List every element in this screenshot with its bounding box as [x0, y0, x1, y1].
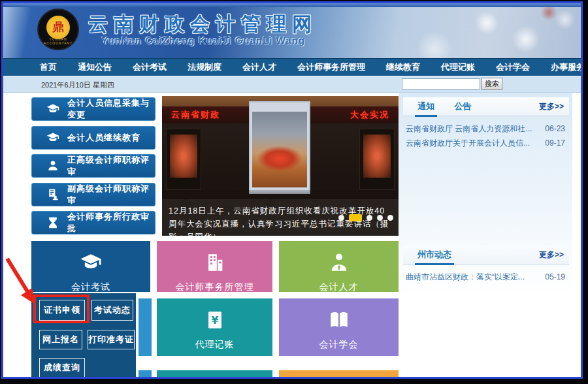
svg-text:¥: ¥ — [211, 315, 218, 327]
exam-menu-score-query-button[interactable]: 成绩查询 — [39, 358, 85, 377]
site-logo: 鼎 YUNNAN ACCOUNTANT — [37, 8, 79, 50]
notices-tab-bar: 通知 公告 更多>> — [403, 97, 569, 116]
tile-accounting-society[interactable]: 会计学会 — [279, 298, 399, 356]
notice-date: 06-23 — [545, 121, 565, 136]
hidden-tile-sliver — [139, 298, 152, 356]
led-text-right: 大会实况 — [350, 109, 389, 121]
site-title: 云南财政会计管理网 — [88, 11, 318, 38]
nav-item-regulations[interactable]: 法规制度 — [177, 61, 232, 73]
nav-item-talent[interactable]: 会计人才 — [232, 61, 287, 73]
tab-notifications[interactable]: 通知 — [415, 97, 437, 117]
sidebar-item-label: 会计人员继续教育 — [67, 132, 140, 144]
main-content: 会计人员信息采集与变更 会计人员继续教育 正高级会计师职称评审 副高级会计师职称… — [3, 93, 581, 379]
carousel-photo-side-screen — [166, 129, 201, 190]
city-news-header: 州市动态 更多>> — [403, 246, 569, 264]
browser-page: 鼎 YUNNAN ACCOUNTANT 云南财政会计管理网 YunNan Cai… — [1, 1, 583, 379]
tab-city-news[interactable]: 州市动态 — [415, 246, 454, 265]
sidebar-item-label: 正高级会计师职称评审 — [67, 154, 155, 178]
exam-menu-online-registration-button[interactable]: 网上报名 — [39, 330, 82, 349]
city-news-list-item[interactable]: 曲靖市沾益区财政：落实“以案定... 05-19 — [403, 270, 569, 284]
main-nav: 首页 通知公告 会计考试 法规制度 会计人才 会计师事务所管理 继续教育 代理记… — [3, 58, 581, 76]
tile-partial-bottom-right[interactable] — [279, 370, 399, 379]
search-input[interactable] — [402, 78, 480, 89]
nav-item-bookkeeping[interactable]: 代理记账 — [431, 61, 485, 73]
site-header: 鼎 YUNNAN ACCOUNTANT 云南财政会计管理网 YunNan Cai… — [3, 3, 581, 58]
tile-label: 会计考试 — [31, 281, 150, 293]
carousel-dot[interactable] — [377, 215, 383, 221]
hidden-tile-sliver — [139, 370, 152, 379]
nav-item-firm-management[interactable]: 会计师事务所管理 — [287, 61, 376, 73]
nav-item-services[interactable]: 办事服务 — [540, 61, 583, 73]
site-subtitle: YunNan CaiZheng KuaiJi GuanLi Wang — [101, 35, 305, 46]
city-news-more-link[interactable]: 更多>> — [539, 249, 564, 261]
carousel-photo-side-screen — [359, 129, 395, 190]
notice-date: 09-17 — [545, 136, 565, 150]
city-news-date: 05-19 — [545, 270, 565, 284]
tile-accounting-exam[interactable]: 会计考试 — [31, 241, 150, 292]
tile-accounting-talent[interactable]: 会计人才 — [279, 241, 399, 292]
current-date: 2021年6月10日 星期四 — [41, 80, 114, 90]
nav-item-exams[interactable]: 会计考试 — [122, 61, 177, 73]
tab-announcements[interactable]: 公告 — [451, 97, 474, 115]
yuan-document-icon: ¥ — [202, 309, 228, 331]
carousel-dot[interactable] — [338, 215, 344, 221]
tile-label: 会计学会 — [279, 339, 399, 351]
person-icon — [46, 159, 59, 172]
graduation-cap-icon — [46, 131, 59, 144]
graduation-cap-icon — [46, 103, 59, 116]
logo-emblem-icon: 鼎 — [46, 16, 70, 39]
carousel-dot[interactable] — [367, 215, 372, 221]
logo-glyph: 鼎 — [46, 19, 70, 35]
exam-menu-certificate-claim-button[interactable]: 证书申领 — [39, 300, 85, 321]
buildings-icon — [202, 251, 228, 274]
notice-list-item[interactable]: 云南省财政厅关于开展会计人员信... 09-17 — [403, 136, 569, 150]
exam-menu-exam-news-button[interactable]: 考试动态 — [91, 300, 133, 321]
carousel-photo-main-screen — [249, 101, 310, 194]
sidebar-item-label: 副高级会计师职称评审 — [67, 183, 155, 206]
notices-more-link[interactable]: 更多>> — [539, 101, 564, 112]
nav-item-continuing-education[interactable]: 继续教育 — [376, 61, 431, 73]
sidebar-item-label: 会计人员信息采集与变更 — [67, 97, 155, 121]
tile-label: 会计人才 — [279, 281, 399, 293]
tile-agency-bookkeeping[interactable]: ¥ 代理记账 — [157, 298, 272, 356]
person-tie-icon — [326, 251, 352, 274]
tile-partial-bottom-left[interactable] — [157, 370, 272, 379]
tile-label: 代理记账 — [157, 339, 272, 351]
open-book-icon — [326, 309, 352, 331]
notice-title: 云南省财政厅关于开展会计人员信... — [406, 136, 530, 150]
search-button[interactable]: 搜索 — [482, 78, 502, 90]
city-news-panel: 州市动态 更多>> 曲靖市沾益区财政：落实“以案定... 05-19 — [403, 246, 569, 284]
exam-submenu-popup: 证书申领 考试动态 网上报名 打印准考证 成绩查询 — [31, 293, 136, 379]
exam-menu-print-admission-ticket-button[interactable]: 打印准考证 — [88, 330, 135, 349]
led-text-left: 云南省财政 — [171, 109, 220, 121]
graduation-cap-icon — [78, 251, 104, 274]
carousel-dot[interactable] — [387, 215, 393, 221]
document-person-icon — [46, 188, 59, 201]
hourglass-icon — [46, 216, 59, 229]
sidebar-item-label: 会计师事务所行政审批 — [67, 211, 155, 234]
sidebar-item-info-collection[interactable]: 会计人员信息采集与变更 — [31, 97, 155, 121]
notice-list-item[interactable]: 云南省财政厅 云南省人力资源和社... 06-23 — [403, 121, 569, 136]
toolbar-strip: 2021年6月10日 星期四 搜索 — [3, 76, 581, 93]
carousel-pager — [338, 214, 393, 221]
nav-item-notices[interactable]: 通知公告 — [67, 61, 122, 73]
notice-title: 云南省财政厅 云南省人力资源和社... — [406, 121, 532, 136]
screenshot-frame: 鼎 YUNNAN ACCOUNTANT 云南财政会计管理网 YunNan Cai… — [0, 0, 588, 384]
sidebar-item-deputy-senior-review[interactable]: 副高级会计师职称评审 — [31, 183, 155, 206]
logo-ring-text: YUNNAN ACCOUNTANT — [39, 37, 78, 45]
city-news-title: 曲靖市沾益区财政：落实“以案定... — [406, 270, 525, 284]
tile-label: 会计师事务所管理 — [157, 281, 272, 293]
news-carousel[interactable]: 云南省财政 大会实况 12月18日上午，云南省财政厅组织收看庆祝改革开放40周年… — [162, 96, 399, 236]
tile-firm-management[interactable]: 会计师事务所管理 — [157, 241, 272, 292]
nav-item-society[interactable]: 会计学会 — [485, 61, 540, 73]
carousel-dot-active[interactable] — [349, 214, 362, 221]
sidebar-item-continuing-education[interactable]: 会计人员继续教育 — [31, 126, 155, 150]
sidebar-item-firm-approval[interactable]: 会计师事务所行政审批 — [31, 211, 155, 234]
notices-panel: 通知 公告 更多>> 云南省财政厅 云南省人力资源和社... 06-23 云南省… — [403, 97, 569, 150]
nav-item-home[interactable]: 首页 — [29, 61, 67, 73]
sidebar-item-senior-review[interactable]: 正高级会计师职称评审 — [31, 154, 155, 178]
